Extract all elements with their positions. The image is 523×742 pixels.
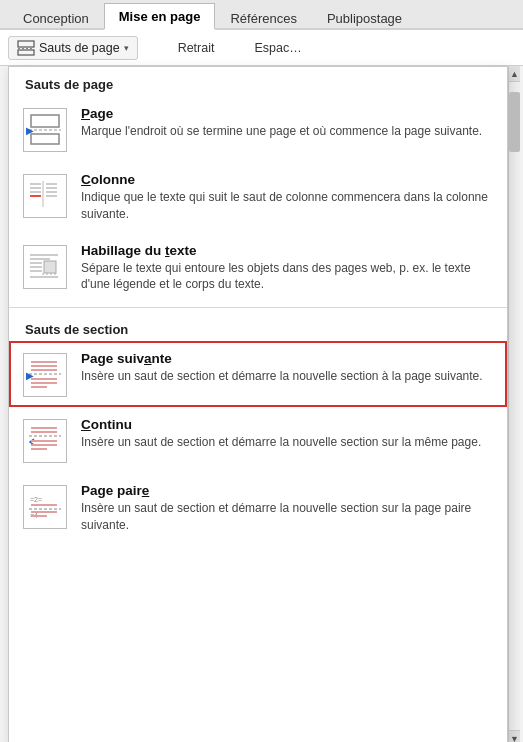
colonne-desc: Indique que le texte qui suit le saut de… xyxy=(81,189,489,223)
svg-rect-28 xyxy=(31,382,57,384)
habillage-text: Habillage du texte Sépare le texte qui e… xyxy=(81,243,489,294)
continu-text: Continu Insère un saut de section et dém… xyxy=(81,417,481,451)
colonne-text: Colonne Indique que le texte qui suit le… xyxy=(81,172,489,223)
svg-rect-8 xyxy=(30,191,41,193)
svg-rect-16 xyxy=(30,258,50,260)
svg-rect-33 xyxy=(31,440,57,442)
sauts-btn-label: Sauts de page xyxy=(39,41,120,55)
icon-continu xyxy=(23,419,67,463)
menu-item-colonne[interactable]: Colonne Indique que le texte qui suit le… xyxy=(9,162,507,233)
continu-title: Continu xyxy=(81,417,481,432)
page-paire-svg-icon: =2= =4 xyxy=(26,488,64,526)
dropdown-panel: Sauts de page ▶ Page Marque l'endroit où… xyxy=(8,66,508,742)
svg-rect-3 xyxy=(31,115,59,127)
page-paire-desc: Insère un saut de section et démarre la … xyxy=(81,500,489,534)
svg-rect-9 xyxy=(30,195,41,197)
dropdown-panel-wrapper: Sauts de page ▶ Page Marque l'endroit où… xyxy=(0,66,523,742)
tab-conception[interactable]: Conception xyxy=(8,5,104,30)
habillage-svg-icon xyxy=(26,248,64,286)
svg-rect-24 xyxy=(31,365,57,367)
section-sauts-de-section-header: Sauts de section xyxy=(9,312,507,341)
scrollbar-thumb[interactable] xyxy=(509,92,520,152)
retrait-label: Retrait xyxy=(178,41,215,55)
tab-references[interactable]: Références xyxy=(215,5,311,30)
svg-rect-29 xyxy=(31,386,47,388)
svg-rect-25 xyxy=(31,369,57,371)
page-suivante-desc: Insère un saut de section et démarre la … xyxy=(81,368,483,385)
scrollbar-track xyxy=(509,82,520,730)
menu-item-continu[interactable]: Continu Insère un saut de section et dém… xyxy=(9,407,507,473)
scrollbar-down-button[interactable]: ▼ xyxy=(509,730,520,742)
svg-rect-13 xyxy=(46,195,57,197)
svg-rect-18 xyxy=(30,262,42,264)
next-arrow-icon: ▶ xyxy=(26,370,34,381)
icon-habillage xyxy=(23,245,67,289)
continu-svg-icon xyxy=(26,422,64,460)
page-paire-title: Page paire xyxy=(81,483,489,498)
page-text: Page Marque l'endroit où se termine une … xyxy=(81,106,482,140)
icon-colonne xyxy=(23,174,67,218)
svg-rect-19 xyxy=(30,266,42,268)
svg-rect-37 xyxy=(31,504,57,506)
svg-rect-21 xyxy=(30,276,58,278)
svg-rect-27 xyxy=(31,378,57,380)
page-paire-text: Page paire Insère un saut de section et … xyxy=(81,483,489,534)
sauts-de-page-button[interactable]: Sauts de page ▾ xyxy=(8,36,138,60)
icon-page-suivante: ▶ xyxy=(23,353,67,397)
svg-rect-41 xyxy=(31,515,47,517)
svg-rect-12 xyxy=(46,191,57,193)
svg-rect-17 xyxy=(44,261,56,273)
page-title: Page xyxy=(81,106,482,121)
svg-rect-5 xyxy=(31,134,59,144)
espac-label: Espac… xyxy=(254,41,301,55)
tab-publipostage[interactable]: Publipostage xyxy=(312,5,417,30)
continu-desc: Insère un saut de section et démarre la … xyxy=(81,434,481,451)
svg-text:=2=: =2= xyxy=(30,496,42,503)
habillage-title: Habillage du texte xyxy=(81,243,489,258)
svg-rect-30 xyxy=(31,427,57,429)
icon-page-paire: =2= =4 xyxy=(23,485,67,529)
svg-rect-20 xyxy=(30,270,42,272)
svg-rect-23 xyxy=(31,361,57,363)
svg-rect-15 xyxy=(30,254,58,256)
ribbon-bar: Sauts de page ▾ Retrait Espac… xyxy=(0,30,523,66)
svg-rect-0 xyxy=(18,41,34,47)
tab-mise-en-page[interactable]: Mise en page xyxy=(104,3,216,30)
svg-rect-40 xyxy=(31,511,57,513)
svg-rect-2 xyxy=(18,50,34,55)
page-suivante-title: Page suivante xyxy=(81,351,483,366)
page-desc: Marque l'endroit où se termine une page … xyxy=(81,123,482,140)
page-arrow-icon: ▶ xyxy=(26,125,34,136)
svg-rect-10 xyxy=(46,183,57,185)
colonne-title: Colonne xyxy=(81,172,489,187)
svg-rect-11 xyxy=(46,187,57,189)
divider-1 xyxy=(9,307,507,308)
menu-item-habillage[interactable]: Habillage du texte Sépare le texte qui e… xyxy=(9,233,507,304)
menu-item-page-suivante[interactable]: ▶ Page suivante Insère un saut de sectio… xyxy=(9,341,507,407)
colonne-svg-icon xyxy=(26,177,64,215)
svg-rect-31 xyxy=(31,431,57,433)
menu-item-page-paire[interactable]: =2= =4 Page paire Insère un saut de sect… xyxy=(9,473,507,544)
scrollbar: ▲ ▼ xyxy=(508,66,520,742)
page-suivante-text: Page suivante Insère un saut de section … xyxy=(81,351,483,385)
tab-bar: Conception Mise en page Références Publi… xyxy=(0,0,523,30)
scrollbar-up-button[interactable]: ▲ xyxy=(509,66,520,82)
page-break-icon xyxy=(17,40,35,56)
svg-rect-35 xyxy=(31,448,47,450)
chevron-down-icon: ▾ xyxy=(124,43,129,53)
svg-rect-7 xyxy=(30,187,41,189)
icon-page: ▶ xyxy=(23,108,67,152)
svg-rect-34 xyxy=(31,444,57,446)
menu-item-page[interactable]: ▶ Page Marque l'endroit où se termine un… xyxy=(9,96,507,162)
habillage-desc: Sépare le texte qui entoure les objets d… xyxy=(81,260,489,294)
section-sauts-de-page-header: Sauts de page xyxy=(9,67,507,96)
svg-rect-6 xyxy=(30,183,41,185)
